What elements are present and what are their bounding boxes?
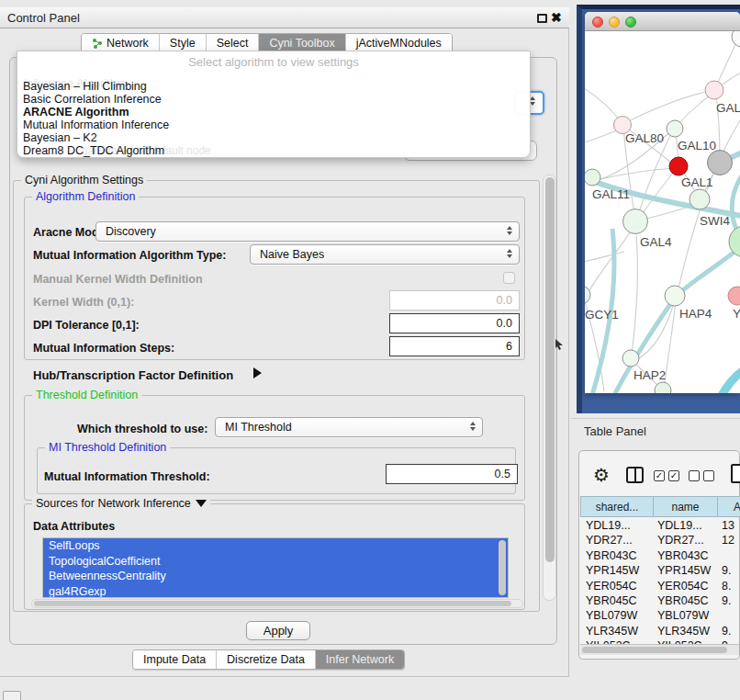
- node-hap2[interactable]: [622, 350, 639, 367]
- apply-button[interactable]: Apply: [246, 621, 310, 640]
- table-cell[interactable]: YDR27...: [586, 534, 650, 547]
- node-bottom[interactable]: [655, 382, 671, 393]
- gear-icon[interactable]: ⚙: [593, 464, 610, 486]
- node-gcy1[interactable]: [585, 286, 590, 304]
- attr-item-topologicalcoefficient[interactable]: TopologicalCoefficient: [43, 554, 508, 570]
- table-cell[interactable]: 9.: [722, 594, 740, 607]
- close-panel-icon[interactable]: ✖: [551, 10, 562, 25]
- table-row[interactable]: YLR345WYLR345W9.: [580, 624, 740, 638]
- table-row[interactable]: YER054CYER054C8.: [580, 579, 740, 593]
- attr-item-betweennesscentrality[interactable]: BetweennessCentrality: [43, 569, 508, 584]
- tab-select[interactable]: Select: [207, 34, 260, 52]
- algo-item-basic-correlation[interactable]: Basic Correlation Inference: [23, 93, 162, 106]
- table-cell[interactable]: 13: [722, 519, 740, 532]
- table-hscrollbar-thumb[interactable]: [582, 647, 727, 653]
- table-cell[interactable]: 9.: [722, 625, 740, 638]
- node-pink-top[interactable]: [705, 81, 723, 99]
- node-gray[interactable]: [708, 151, 733, 175]
- tab-cyni-toolbox[interactable]: Cyni Toolbox: [259, 34, 345, 52]
- node-gal10[interactable]: [667, 120, 683, 137]
- node-gal1[interactable]: [690, 189, 710, 209]
- table-row[interactable]: YDR27...YDR27...12: [580, 533, 740, 548]
- tab-infer-network[interactable]: Infer Network: [316, 650, 404, 669]
- new-table-icon[interactable]: [731, 464, 740, 483]
- table-row[interactable]: YBR045CYBR045C9.: [580, 593, 740, 608]
- unchecked-checkbox-icon[interactable]: [689, 470, 700, 481]
- close-traffic-light[interactable]: [592, 17, 603, 28]
- aracne-mode-combo[interactable]: Discovery: [95, 221, 520, 242]
- column-header-name[interactable]: name: [653, 496, 718, 517]
- tab-network[interactable]: Network: [82, 34, 160, 52]
- unchecked-checkbox-icon[interactable]: [703, 470, 714, 481]
- table-cell[interactable]: YDL19...: [657, 519, 718, 532]
- dpi-tolerance-input[interactable]: 0.0: [389, 313, 520, 333]
- table-cell[interactable]: YER054C: [586, 580, 650, 593]
- table-cell[interactable]: YDR27...: [657, 534, 718, 547]
- column-header-partial[interactable]: A: [717, 496, 740, 517]
- kernel-width-input[interactable]: 0.0: [389, 290, 520, 310]
- table-cell[interactable]: YER054C: [657, 580, 718, 593]
- table-cell[interactable]: YPR145W: [586, 564, 650, 577]
- data-attributes-list[interactable]: SelfLoops TopologicalCoefficient Between…: [42, 537, 509, 598]
- columns-icon[interactable]: [626, 467, 644, 483]
- attr-list-scrollbar-thumb[interactable]: [499, 540, 506, 595]
- hub-definition-expander-label[interactable]: Hub/Transcription Factor Definition: [33, 368, 233, 382]
- table-cell[interactable]: YBL079W: [586, 609, 650, 622]
- tab-discretize-data[interactable]: Discretize Data: [217, 650, 316, 669]
- mi-type-combo[interactable]: Naive Bayes: [250, 244, 520, 265]
- table-row[interactable]: YDL19...YDL19...13: [580, 518, 740, 533]
- zoom-traffic-light[interactable]: [625, 17, 636, 28]
- algo-item-bayesian-k2[interactable]: Bayesian – K2: [23, 131, 97, 144]
- network-canvas[interactable]: GAL GAL80 GAL10 GAL1 GAL11 GAL4 SWI4 GCY…: [585, 31, 740, 393]
- tab-jactivemnodules-label: jActiveMNodules: [356, 37, 442, 50]
- table-cell[interactable]: YBL079W: [657, 609, 718, 622]
- table-cell[interactable]: 12: [722, 534, 740, 547]
- table-cell[interactable]: YLR345W: [657, 625, 718, 638]
- table-cell[interactable]: YBR045C: [586, 594, 650, 607]
- algo-item-aracne[interactable]: ARACNE Algorithm: [23, 106, 129, 119]
- node-selected-red[interactable]: [669, 157, 688, 175]
- node-table-rows[interactable]: YDL19...YDL19...13YDR27...YDR27...12YBR0…: [580, 518, 740, 644]
- mi-threshold-input[interactable]: 0.5: [386, 464, 518, 484]
- attr-item-selfloops[interactable]: SelfLoops: [43, 538, 508, 554]
- tab-impute-data[interactable]: Impute Data: [133, 650, 217, 669]
- algo-item-dream8[interactable]: Dream8 DC_TDC Algorithm: [23, 144, 164, 157]
- which-threshold-combo[interactable]: MI Threshold: [215, 417, 483, 437]
- table-row[interactable]: YBL079WYBL079W: [580, 608, 740, 623]
- expander-expanded-icon[interactable]: [196, 500, 207, 507]
- sources-hscrollbar-track[interactable]: [31, 599, 523, 608]
- expander-collapsed-icon[interactable]: [253, 367, 262, 378]
- restore-window-icon[interactable]: [537, 14, 547, 23]
- sources-group-title[interactable]: Sources for Network Inference: [36, 497, 191, 510]
- node-gal4[interactable]: [623, 209, 648, 234]
- node-pink-right[interactable]: [728, 287, 740, 305]
- minimized-panel-icon[interactable]: [3, 691, 21, 700]
- mi-steps-input[interactable]: 6: [389, 336, 520, 356]
- node-gal11[interactable]: [585, 169, 600, 186]
- manual-kernel-checkbox[interactable]: [503, 272, 515, 284]
- node-partial-top[interactable]: [732, 31, 740, 47]
- table-cell[interactable]: YBR045C: [657, 594, 718, 607]
- tab-style[interactable]: Style: [160, 34, 207, 52]
- attr-item-gal4rgexp[interactable]: gal4RGexp: [43, 584, 508, 599]
- checked-checkbox-icon[interactable]: ✓: [668, 470, 679, 481]
- table-cell[interactable]: YDL19...: [586, 519, 650, 532]
- algo-item-bayesian-hill[interactable]: Bayesian – Hill Climbing: [23, 80, 147, 93]
- checked-checkbox-icon[interactable]: ✓: [654, 470, 665, 481]
- table-cell[interactable]: 8.: [722, 580, 740, 593]
- algo-item-mutual-information[interactable]: Mutual Information Inference: [23, 119, 169, 131]
- table-cell[interactable]: 9.: [722, 564, 740, 577]
- sources-hscrollbar-thumb[interactable]: [34, 601, 511, 606]
- table-hscrollbar-track[interactable]: [580, 644, 739, 655]
- table-cell[interactable]: YBR043C: [657, 549, 718, 562]
- table-cell[interactable]: YPR145W: [657, 564, 718, 577]
- minimize-traffic-light[interactable]: [609, 17, 620, 28]
- tab-jactivemnodules[interactable]: jActiveMNodules: [346, 34, 452, 52]
- table-cell[interactable]: YBR043C: [586, 549, 650, 562]
- table-cell[interactable]: YLR345W: [586, 625, 650, 638]
- table-row[interactable]: YPR145WYPR145W9.: [580, 563, 740, 578]
- table-row[interactable]: YBR043CYBR043C: [580, 548, 740, 563]
- settings-scrollbar-thumb[interactable]: [545, 177, 555, 562]
- column-header-shared-name[interactable]: shared...: [580, 496, 654, 517]
- node-hap4[interactable]: [665, 286, 685, 306]
